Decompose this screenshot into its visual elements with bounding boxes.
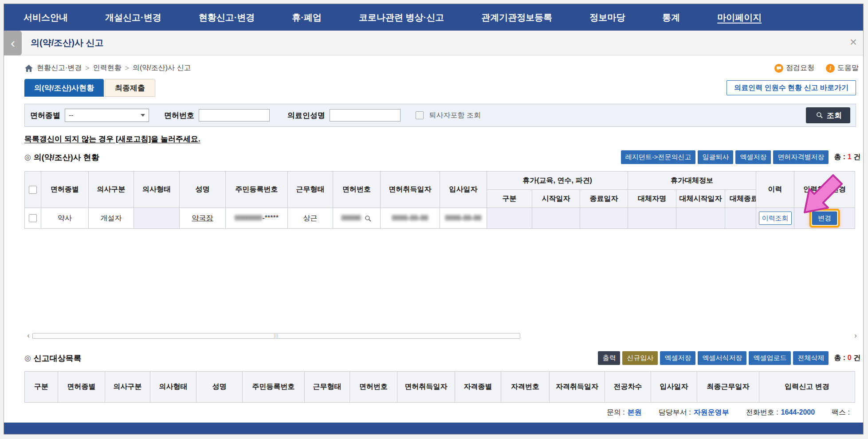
license-no-input[interactable] <box>199 109 270 122</box>
col-join-date: 입사일자 <box>440 172 487 208</box>
contact-footer: 문의 :본원 담당부서 :자원운영부 전화번호 :1644-2000 팩스 : <box>4 408 850 417</box>
col-group-leave: 휴가(교육, 연수, 파견) <box>487 172 628 190</box>
nav-agency-info-register[interactable]: 관계기관정보등록 <box>481 12 552 24</box>
col2-kind: 구분 <box>25 372 58 403</box>
col2-ssn: 주민등록번호 <box>243 372 305 403</box>
refresh-notice: 목록갱신이 되지 않는 경우 [새로고침]을 눌러주세요. <box>24 134 863 144</box>
cell-ssn: 0000000-***** <box>226 208 288 229</box>
col2-license-date: 면허취득일자 <box>397 372 455 403</box>
excel-save-button[interactable]: 엑셀저장 <box>735 150 771 164</box>
scrollbar-grip-icon: ||| <box>274 333 279 338</box>
search-button[interactable]: 조회 <box>806 107 850 123</box>
bottom-bar <box>4 423 863 434</box>
excel-save-button-2[interactable]: 엑셀저장 <box>660 351 695 365</box>
col-doctor-form: 의사형태 <box>134 172 180 208</box>
report-target-table: 구분 면허종별 의사구분 의사형태 성명 주민등록번호 근무형태 면허번호 면허… <box>24 371 855 403</box>
cell-license-type: 약사 <box>41 208 89 229</box>
practitioner-name-label: 의료인성명 <box>287 110 325 121</box>
change-button[interactable]: 변경 <box>812 212 837 225</box>
select-all-checkbox[interactable] <box>29 186 37 194</box>
scroll-left-button[interactable]: ‹ <box>24 333 32 339</box>
headcount-report-shortcut-button[interactable]: 의료인력 인원수 현황 신고 바로가기 <box>727 80 856 95</box>
col2-qual-date: 자격취득일자 <box>550 372 605 403</box>
select-all-header <box>25 172 41 208</box>
breadcrumb-item[interactable]: 의(약/조산)사 신고 <box>133 63 191 73</box>
row-checkbox[interactable] <box>29 214 37 222</box>
nav-closure[interactable]: 휴·폐업 <box>292 12 322 24</box>
col2-doctor-form: 의사형태 <box>150 372 196 403</box>
cell-leave-start <box>532 208 580 229</box>
help-link[interactable]: i 도움말 <box>826 63 859 73</box>
scroll-right-button[interactable]: › <box>852 333 860 339</box>
nav-open-report-change[interactable]: 개설신고·변경 <box>105 12 161 24</box>
breadcrumb-item[interactable]: 인력현황 <box>93 63 122 73</box>
col-license-no: 면허번호 <box>333 172 381 208</box>
inquiry-value: 본원 <box>628 408 642 416</box>
delete-all-button[interactable]: 전체삭제 <box>793 351 829 365</box>
nav-corona-beds-report[interactable]: 코로나관련 병상·신고 <box>359 12 444 24</box>
col-license-type: 면허종별 <box>41 172 89 208</box>
nav-statistics[interactable]: 통계 <box>662 12 680 24</box>
col-leave-end: 종료일자 <box>580 190 628 208</box>
cell-substitute-start <box>676 208 725 229</box>
cell-join-date: 0000-00-00 <box>440 208 487 229</box>
col-status-change: 인력현황변경 <box>794 172 855 208</box>
license-type-save-button[interactable]: 면허자격별저장 <box>773 150 829 164</box>
cell-leave-end <box>580 208 628 229</box>
close-icon[interactable]: × <box>850 35 857 49</box>
include-retired-label[interactable]: 퇴사자포함 조회 <box>429 111 480 119</box>
breadcrumb-separator: > <box>85 64 89 72</box>
nav-service-guide[interactable]: 서비스안내 <box>24 12 68 24</box>
section-bullet-icon: ◎ <box>24 153 31 162</box>
window-title-bar: ‹ 의(약/조산)사 신고 × <box>4 31 863 55</box>
breadcrumb: 현황신고·변경 > 인력현황 > 의(약/조산)사 신고 점검요청 i 도움말 <box>24 63 859 73</box>
doctor-name-link[interactable]: 약국장 <box>192 214 213 222</box>
col-work-type: 근무형태 <box>288 172 333 208</box>
tab-bar: 의(약/조산)사현황 최종제출 의료인력 인원수 현황 신고 바로가기 <box>24 79 856 97</box>
total-count-1: 총 : 1 건 <box>834 153 860 162</box>
col2-join-date: 입사일자 <box>651 372 697 403</box>
license-search-icon[interactable] <box>365 215 372 222</box>
col2-input-report-change: 입력신고 변경 <box>759 372 855 403</box>
excel-template-save-button[interactable]: 엑셀서식저장 <box>698 351 746 365</box>
breadcrumb-item[interactable]: 현황신고·변경 <box>37 63 82 73</box>
tab-doctor-status[interactable]: 의(약/조산)사현황 <box>24 79 104 97</box>
col-history: 이력 <box>756 172 794 208</box>
license-type-selected-value: -- <box>69 111 74 119</box>
include-retired-checkbox[interactable] <box>416 111 424 119</box>
cell-license-date: 0000-00-00 <box>381 208 440 229</box>
resident-to-specialist-button[interactable]: 레지던트->전문의신고 <box>621 150 696 164</box>
horizontal-scrollbar: ‹ ||| › <box>24 332 860 340</box>
nav-status-report-change[interactable]: 현황신고·변경 <box>199 12 255 24</box>
doctor-status-section-header: ◎ 의(약/조산)사 현황 레지던트->전문의신고 일괄퇴사 엑셀저장 면허자격… <box>24 150 860 164</box>
col2-work-type: 근무형태 <box>305 372 350 403</box>
cell-license-no: 00000 <box>333 208 381 229</box>
report-target-table-wrap: 구분 면허종별 의사구분 의사형태 성명 주민등록번호 근무형태 면허번호 면허… <box>24 371 855 403</box>
cell-doctor-class: 개설자 <box>89 208 134 229</box>
nav-mypage[interactable]: 마이페이지 <box>717 12 762 24</box>
nav-info-plaza[interactable]: 정보마당 <box>589 12 625 24</box>
print-button[interactable]: 출력 <box>598 351 620 365</box>
scrollbar-thumb[interactable]: ||| <box>32 333 520 339</box>
excel-upload-button[interactable]: 엑셀업로드 <box>749 351 791 365</box>
col2-doctor-class: 의사구분 <box>105 372 150 403</box>
col2-qual-type: 자격종별 <box>455 372 501 403</box>
top-nav: 서비스안내 개설신고·변경 현황신고·변경 휴·폐업 코로나관련 병상·신고 관… <box>4 4 863 31</box>
bulk-retire-button[interactable]: 일괄퇴사 <box>698 150 733 164</box>
practitioner-name-input[interactable] <box>330 109 401 122</box>
home-icon[interactable] <box>24 64 33 73</box>
fax-label: 팩스 : <box>832 408 850 416</box>
search-filter-bar: 면허종별 -- 면허번호 의료인성명 퇴사자포함 조회 조회 <box>24 104 856 127</box>
check-request-label: 점검요청 <box>786 63 814 73</box>
back-button[interactable]: ‹ <box>4 31 22 55</box>
history-button[interactable]: 이력조회 <box>759 212 792 225</box>
col2-name: 성명 <box>196 372 243 403</box>
cell-substitute-end <box>725 208 756 229</box>
col-substitute-end: 대체종료일자 <box>725 190 756 208</box>
license-type-select[interactable]: -- <box>65 109 149 122</box>
report-target-section-title: 신고대상목록 <box>34 353 82 364</box>
check-request-link[interactable]: 점검요청 <box>774 63 814 73</box>
tab-final-submit[interactable]: 최종제출 <box>105 79 155 97</box>
search-button-label: 조회 <box>827 110 842 121</box>
new-hire-button[interactable]: 신규입사 <box>622 351 658 365</box>
